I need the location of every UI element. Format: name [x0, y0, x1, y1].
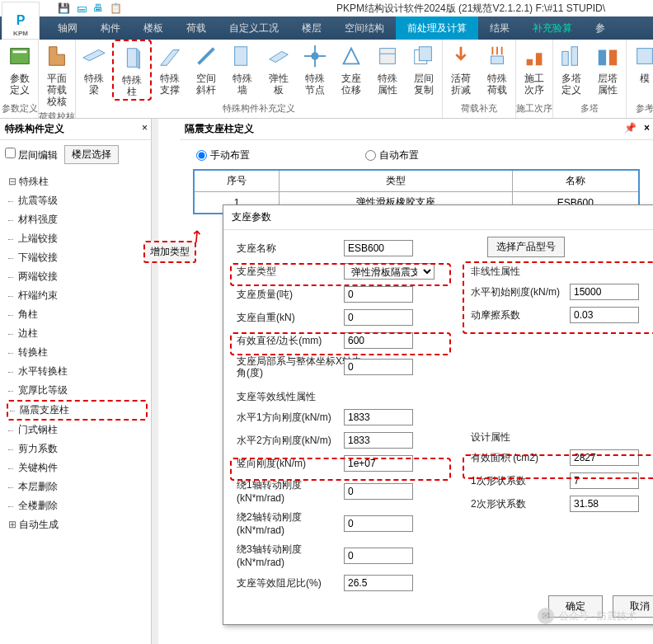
label: 2次形状系数 — [471, 497, 570, 511]
group-label: 特殊构件补充定义 — [76, 101, 442, 116]
col-name: 名称 — [512, 170, 639, 192]
manual-radio[interactable]: 手动布置 — [196, 148, 250, 162]
sload-icon — [484, 43, 510, 69]
tree-item[interactable]: 本层删除 — [7, 477, 148, 496]
tree-item[interactable]: 抗震等级 — [7, 191, 148, 210]
svg-rect-1 — [13, 50, 27, 53]
elastic-slab-button[interactable]: 弹性板 — [261, 40, 297, 101]
support-disp-button[interactable]: 支座位移 — [333, 40, 369, 101]
h2-input[interactable] — [344, 432, 413, 449]
svg-rect-13 — [536, 53, 543, 65]
load-check-button[interactable]: 平面荷载校核 — [39, 40, 75, 109]
model-button[interactable]: 模 — [627, 40, 653, 101]
column-icon — [119, 45, 145, 71]
tree-item[interactable]: 角柱 — [7, 305, 148, 324]
tab-ref[interactable]: 参 — [584, 16, 617, 40]
tree: 特殊柱 抗震等级 材料强度 上端铰接 下端铰接 两端铰接 杆端约束 角柱 边柱 … — [0, 169, 151, 538]
svg-rect-12 — [527, 59, 533, 66]
brace-icon — [157, 43, 183, 69]
name-input[interactable] — [344, 240, 413, 256]
tab-member[interactable]: 构件 — [89, 16, 132, 40]
weight-input[interactable] — [344, 309, 413, 326]
svg-rect-11 — [491, 56, 504, 63]
print-icon[interactable]: 🖶 — [93, 2, 103, 14]
floor-select-button[interactable]: 楼层选择 — [64, 145, 119, 164]
tree-item-isolation[interactable]: 隔震支座柱 — [7, 400, 148, 421]
work-area: 特殊构件定义 × 层间编辑 楼层选择 特殊柱 抗震等级 材料强度 上端铰接 下端… — [0, 119, 653, 644]
paste-icon[interactable]: 📋 — [110, 2, 122, 14]
tab-axis[interactable]: 轴网 — [46, 16, 89, 40]
svg-rect-7 — [380, 49, 396, 64]
mass-input[interactable] — [344, 286, 413, 303]
special-column-button[interactable]: 特殊柱 — [112, 40, 152, 101]
wechat-icon: ✉ — [538, 608, 554, 624]
seq-icon — [521, 43, 547, 69]
r3-input[interactable] — [344, 548, 413, 564]
svg-rect-10 — [419, 47, 431, 61]
h1-input[interactable] — [344, 409, 413, 425]
inter-edit-checkbox[interactable]: 层间编辑 — [5, 148, 58, 162]
watermark: ✉ 公众号 · 防震技术 — [538, 608, 637, 624]
tab-check[interactable]: 补充验算 — [521, 16, 584, 40]
open-icon[interactable]: 🖴 — [77, 2, 87, 14]
save-icon[interactable]: 💾 — [58, 2, 70, 14]
floor-copy-button[interactable]: 层间复制 — [406, 40, 442, 101]
damp-input[interactable] — [344, 575, 413, 591]
r2-input[interactable] — [344, 515, 413, 532]
label: 支座质量(吨) — [237, 288, 344, 302]
tree-item[interactable]: 剪力系数 — [7, 440, 148, 458]
tree-item[interactable]: 边柱 — [7, 324, 148, 343]
tree-item[interactable]: 材料强度 — [7, 210, 148, 229]
r1-input[interactable] — [344, 483, 413, 500]
tree-item[interactable]: 转换柱 — [7, 343, 148, 362]
group-label: 多塔 — [553, 101, 626, 116]
svg-line-2 — [199, 49, 214, 64]
tree-item[interactable]: 门式钢柱 — [7, 421, 148, 440]
param-def-button[interactable]: 参数定义 — [2, 40, 38, 101]
angle-input[interactable] — [344, 359, 413, 375]
special-wall-button[interactable]: 特殊墙 — [224, 40, 261, 101]
add-type-button[interactable]: 增加类型 — [143, 241, 196, 263]
select-model-button[interactable]: 选择产品型号 — [487, 237, 565, 257]
tab-floor[interactable]: 楼层 — [290, 16, 333, 40]
special-beam-button[interactable]: 特殊梁 — [76, 40, 112, 101]
floor-tower-button[interactable]: 层塔属性 — [590, 40, 626, 101]
special-brace-button[interactable]: 特殊支撑 — [152, 40, 188, 101]
tree-head-special-col[interactable]: 特殊柱 — [7, 172, 148, 191]
tree-item[interactable]: 水平转换柱 — [7, 362, 148, 381]
bearing-param-dialog: 支座参数 × 选择产品型号 支座名称 支座类型弹性滑板隔震支 支座质量(吨) 支… — [223, 204, 653, 625]
tab-result[interactable]: 结果 — [478, 16, 521, 40]
svg-rect-3 — [235, 47, 247, 66]
tree-item[interactable]: 宽厚比等级 — [7, 381, 148, 400]
splitter[interactable] — [152, 119, 158, 644]
auto-radio[interactable]: 自动布置 — [365, 148, 419, 162]
tab-load[interactable]: 荷载 — [175, 16, 218, 40]
tab-preprocess[interactable]: 前处理及计算 — [396, 16, 478, 40]
tree-item[interactable]: 下端铰接 — [7, 248, 148, 267]
special-joint-button[interactable]: 特殊节点 — [297, 40, 333, 101]
tab-custom[interactable]: 自定义工况 — [218, 16, 290, 40]
pin-icon[interactable]: 📌 — [624, 122, 637, 134]
tab-space[interactable]: 空间结构 — [333, 16, 396, 40]
joint-icon — [302, 43, 328, 69]
special-load-button[interactable]: 特殊荷载 — [479, 40, 515, 101]
close-icon[interactable]: × — [142, 122, 148, 134]
multi-tower-button[interactable]: 多塔定义 — [553, 40, 590, 101]
col-type: 类型 — [280, 170, 512, 192]
tree-item[interactable]: 关键构件 — [7, 458, 148, 477]
tree-item[interactable]: 全楼删除 — [7, 496, 148, 515]
svg-rect-17 — [609, 50, 617, 66]
s2-input[interactable] — [570, 496, 639, 512]
tree-item[interactable]: 杆端约束 — [7, 286, 148, 305]
special-attr-button[interactable]: 特殊属性 — [369, 40, 406, 101]
tree-item[interactable]: 上端铰接 — [7, 229, 148, 248]
construct-seq-button[interactable]: 施工次序 — [516, 40, 552, 101]
space-bar-button[interactable]: 空间斜杆 — [188, 40, 224, 101]
tower-icon — [558, 43, 585, 69]
tree-head-auto[interactable]: 自动生成 — [7, 515, 148, 534]
tab-slab[interactable]: 楼板 — [132, 16, 175, 40]
close-icon[interactable]: × — [644, 122, 650, 134]
live-reduce-button[interactable]: 活荷折减 — [443, 40, 479, 101]
label: 绕3轴转动刚度(kN*m/rad) — [237, 543, 344, 568]
tree-item[interactable]: 两端铰接 — [7, 267, 148, 286]
